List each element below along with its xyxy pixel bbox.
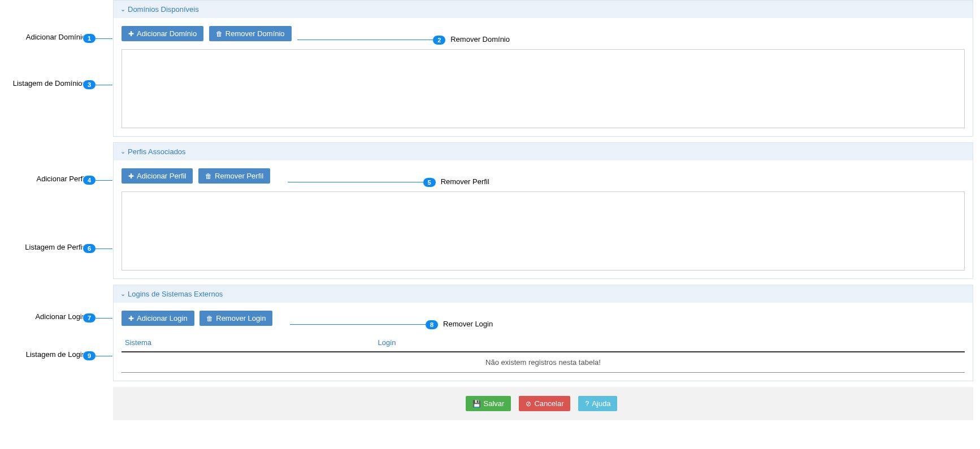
remove-domain-button[interactable]: 🗑 Remover Domínio	[209, 26, 292, 41]
plus-icon: ✚	[128, 315, 134, 322]
chevron-down-icon: ⌄	[120, 6, 125, 13]
trash-icon: 🗑	[205, 172, 212, 180]
save-button[interactable]: 💾 Salvar	[466, 396, 511, 411]
annot-badge-6: 6	[83, 243, 96, 254]
trash-icon: 🗑	[206, 315, 213, 322]
annot-badge-2: 2	[432, 35, 446, 45]
annot-label-1: Adicionar Domínio	[26, 33, 86, 41]
profiles-listbox[interactable]	[122, 191, 965, 271]
panel-logins-header[interactable]: ⌄ Logins de Sistemas Externos	[114, 285, 973, 303]
cancel-icon: ⊘	[526, 400, 531, 408]
add-domain-button[interactable]: ✚ Adicionar Domínio	[122, 26, 203, 41]
footer-actions: 💾 Salvar ⊘ Cancelar ? Ajuda	[113, 387, 973, 420]
annot-badge-7: 7	[83, 313, 96, 323]
table-row: Não existem registros nesta tabela!	[122, 352, 965, 373]
cancel-button[interactable]: ⊘ Cancelar	[519, 396, 570, 411]
annot-label-9: Listagem de Login	[26, 350, 86, 359]
main-content: ⌄ Domínios Disponíveis ✚ Adicionar Domín…	[113, 0, 980, 420]
annot-label-7: Adicionar Login	[35, 312, 86, 321]
chevron-down-icon: ⌄	[120, 290, 125, 298]
annot-label-2: Remover Domínio	[450, 35, 510, 43]
col-sistema-header[interactable]: Sistema	[122, 334, 375, 352]
chevron-down-icon: ⌄	[120, 148, 125, 155]
remove-profile-button[interactable]: 🗑 Remover Perfil	[198, 168, 270, 184]
help-button[interactable]: ? Ajuda	[578, 396, 617, 411]
annot-badge-5: 5	[423, 177, 436, 188]
annot-label-5: Remover Perfil	[441, 177, 489, 186]
annot-badge-1: 1	[83, 33, 96, 43]
plus-icon: ✚	[128, 30, 134, 38]
annot-badge-8: 8	[425, 320, 439, 330]
panel-logins-title: Logins de Sistemas Externos	[128, 290, 223, 298]
left-annotations: Adicionar Domínio 1 Listagem de Domínios…	[0, 0, 113, 420]
annot-badge-3: 3	[83, 80, 96, 90]
annot-label-4: Adicionar Perfil	[37, 175, 86, 183]
panel-domains-header[interactable]: ⌄ Domínios Disponíveis	[114, 1, 973, 18]
save-icon: 💾	[472, 400, 481, 408]
annot-badge-9: 9	[83, 351, 96, 361]
trash-icon: 🗑	[216, 30, 223, 38]
annot-label-3: Listagem de Domínios	[13, 79, 86, 88]
add-login-button[interactable]: ✚ Adicionar Login	[122, 311, 194, 326]
panel-logins: ⌄ Logins de Sistemas Externos ✚ Adiciona…	[113, 285, 973, 381]
annot-label-8: Remover Login	[443, 320, 493, 328]
panel-profiles-title: Perfis Associados	[128, 147, 186, 156]
add-profile-button[interactable]: ✚ Adicionar Perfil	[122, 168, 193, 184]
panel-profiles: ⌄ Perfis Associados ✚ Adicionar Perfil 🗑…	[113, 142, 973, 279]
panel-domains-title: Domínios Disponíveis	[128, 5, 199, 14]
help-icon: ?	[585, 400, 589, 408]
panel-profiles-header[interactable]: ⌄ Perfis Associados	[114, 143, 973, 160]
empty-table-msg: Não existem registros nesta tabela!	[122, 352, 965, 373]
panel-domains: ⌄ Domínios Disponíveis ✚ Adicionar Domín…	[113, 0, 973, 137]
logins-table: Sistema Login Não existem registros nest…	[122, 334, 965, 373]
remove-login-button[interactable]: 🗑 Remover Login	[200, 311, 272, 326]
plus-icon: ✚	[128, 172, 134, 180]
domains-listbox[interactable]	[122, 49, 965, 128]
annot-badge-4: 4	[83, 175, 96, 185]
annot-label-6: Listagem de Perfis	[25, 243, 86, 251]
col-login-header[interactable]: Login	[375, 334, 965, 352]
